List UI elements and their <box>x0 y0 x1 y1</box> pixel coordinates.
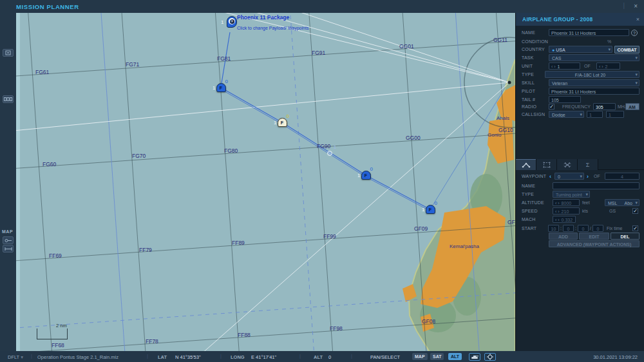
package-title[interactable]: Phoenix 11 Package <box>237 14 289 21</box>
waypoint-of-label: OF <box>594 174 600 178</box>
alt-view-button[interactable]: ALT <box>448 353 462 360</box>
place-name: Gonio <box>488 132 501 138</box>
mission-filename: Operation Pontus Stage 2.1_Rain.miz <box>37 354 118 360</box>
target-toggle-icon[interactable] <box>484 353 496 361</box>
pilot-field[interactable]: Phoenix 31 Lt Hooters <box>549 88 639 95</box>
gs-label: GS <box>609 209 616 213</box>
app-title: MISSION PLANNER <box>16 3 79 10</box>
start-day-field[interactable]: 0 <box>592 225 603 232</box>
frequency-label: FREQUENCY <box>562 104 591 109</box>
waypoint-letter: F <box>278 120 287 126</box>
task-dropdown[interactable]: CAS <box>549 54 639 61</box>
skill-dropdown[interactable]: Veteran <box>549 79 639 86</box>
type-dropdown[interactable]: F/A-18C Lot 20 <box>545 71 639 78</box>
pan-tool-icon[interactable] <box>3 236 14 244</box>
help-icon[interactable]: ? <box>631 30 638 36</box>
start-seconds-field[interactable]: 0 <box>578 225 589 232</box>
pan-select-mode[interactable]: PAN/SELECT <box>370 354 400 360</box>
ruler-tool-icon[interactable] <box>3 245 14 252</box>
map-canvas[interactable]: ✈ 1 Phoenix 11 Package Click to change P… <box>16 13 515 351</box>
grid-label: FF88 <box>238 332 251 338</box>
wp-name-field[interactable] <box>553 182 639 189</box>
map-view-button[interactable]: MAP <box>412 353 428 360</box>
grid-label: FG71 <box>126 61 139 68</box>
country-dropdown[interactable]: ●USA <box>549 46 612 53</box>
grid-label: FF78 <box>146 338 158 345</box>
waypoint-prev-icon[interactable]: ‹ <box>549 173 551 180</box>
unit-total-stepper[interactable]: 2 <box>596 62 620 70</box>
pilot-label: PILOT <box>522 89 535 93</box>
unit-of-label: OF <box>584 64 591 68</box>
start-hours-field[interactable]: 10 <box>548 225 559 232</box>
unit-stepper[interactable]: 1 <box>549 62 580 70</box>
mach-label: MACH <box>522 217 535 222</box>
layers-icon[interactable] <box>3 49 14 57</box>
name-field[interactable]: Phoenix 31 Lt Hooters <box>549 29 629 36</box>
lat-value: N 41°35'53" <box>175 354 201 360</box>
callsign-dropdown[interactable]: Dodge <box>549 111 584 118</box>
package-hint[interactable]: Click to change Payload/ Waypoints <box>237 26 308 30</box>
unit-label: UNIT <box>522 64 533 68</box>
panel-close-icon[interactable]: × <box>636 16 639 23</box>
airfield-icon[interactable] <box>508 81 511 84</box>
alt-value: 0 <box>328 354 331 360</box>
speed-stepper[interactable]: 210 <box>553 207 580 214</box>
sat-view-button[interactable]: SAT <box>430 353 444 360</box>
start-minutes-field[interactable]: 0 <box>563 225 574 232</box>
profile-dropdown[interactable]: DFLT ▾ <box>8 354 23 360</box>
wp-name-label: NAME <box>522 184 535 188</box>
waypoint-label: WAYPOINT <box>522 174 546 178</box>
ground-units-toggle-icon[interactable] <box>469 353 480 361</box>
tail-field[interactable]: 105 <box>549 96 581 103</box>
panel-title: AIRPLANE GROUP - 2008 <box>522 16 593 23</box>
callsign-num1-field[interactable]: 1 <box>587 111 603 118</box>
grid-label: FG61 <box>35 69 49 75</box>
add-button[interactable]: ADD <box>549 233 578 240</box>
route-turn-point[interactable] <box>327 151 332 156</box>
title-separator: | <box>623 2 625 9</box>
condition-unit: % <box>607 39 611 44</box>
speed-label: SPEED <box>522 209 538 213</box>
fix-time-label: Fix time <box>607 226 623 231</box>
window-close-icon[interactable]: × <box>634 3 638 10</box>
wp-type-dropdown[interactable]: Turning point <box>553 191 590 198</box>
waypoint-letter: F <box>362 173 370 178</box>
waypoint-dropdown[interactable]: 0 <box>554 173 584 180</box>
grid-label: GG01 <box>399 43 414 50</box>
advanced-waypoint-actions-button[interactable]: ADVANCED (WAYPOINT ACTIONS) <box>549 240 639 247</box>
mach-stepper[interactable]: 0.332 <box>553 216 576 223</box>
waypoint-marker-1[interactable]: F10 <box>278 118 287 127</box>
map-scale-label: 2 nm <box>56 323 67 329</box>
units-filter-icon[interactable] <box>3 95 14 103</box>
grid-label: FF89 <box>232 240 245 246</box>
altitude-ref-dropdown[interactable]: MSLAbo <box>605 199 639 206</box>
waypoint-marker-0[interactable]: F10 <box>216 83 226 92</box>
callsign-label: CALLSIGN <box>522 112 545 117</box>
modulation-dropdown[interactable]: AM <box>625 103 639 110</box>
gs-checkbox[interactable]: ✓ <box>632 208 638 214</box>
tab-zone[interactable] <box>536 159 557 170</box>
grid-label: FG90 <box>317 143 330 149</box>
edit-button[interactable]: EDIT <box>579 233 609 240</box>
tab-actions[interactable] <box>557 159 578 170</box>
tab-route[interactable] <box>516 159 536 170</box>
callsign-num2-field[interactable]: 1 <box>606 111 624 118</box>
map-scale-bar <box>37 329 68 339</box>
grid-label: FF69 <box>49 252 62 259</box>
altitude-label: ALTITUDE <box>522 200 544 205</box>
waypoint-marker-2[interactable]: F10 <box>361 171 371 180</box>
tab-summary[interactable]: Σ <box>578 159 598 170</box>
fix-time-checkbox[interactable]: ✓ <box>632 225 638 231</box>
waypoint-right-count: 0 <box>287 113 289 119</box>
altitude-stepper[interactable]: 8000 <box>553 199 580 206</box>
radio-checkbox[interactable]: ✓ <box>549 104 554 110</box>
package-marker[interactable]: ✈ <box>227 16 237 28</box>
frequency-field[interactable]: 305 <box>593 103 616 110</box>
grid-label: FF98 <box>330 325 343 332</box>
del-button[interactable]: DEL <box>611 233 639 240</box>
waypoint-marker-3[interactable]: F10 <box>426 205 435 214</box>
waypoint-left-count: 1 <box>213 85 215 91</box>
combat-button[interactable]: COMBAT <box>614 46 639 53</box>
waypoint-next-icon[interactable]: › <box>587 173 589 180</box>
title-bar: MISSION PLANNER | × <box>0 0 644 13</box>
